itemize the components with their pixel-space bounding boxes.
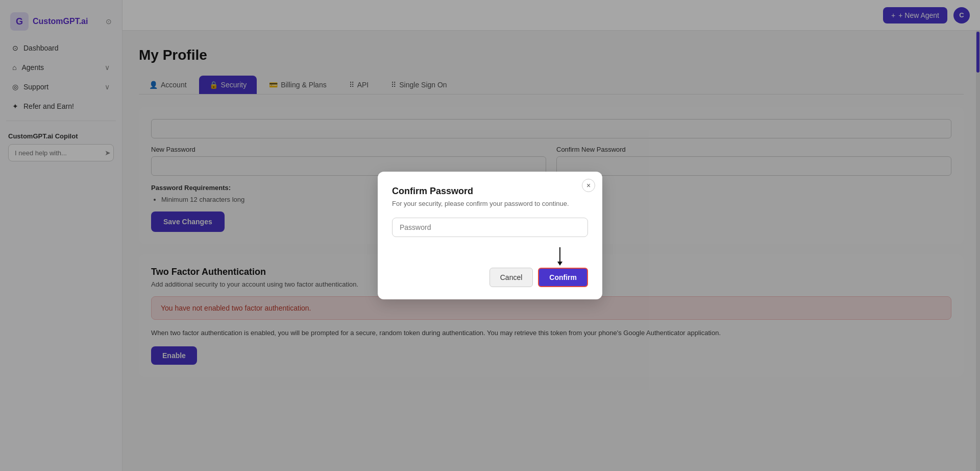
confirm-button[interactable]: Confirm xyxy=(538,268,588,287)
modal-actions: Cancel Confirm xyxy=(392,268,588,287)
close-icon: × xyxy=(586,181,591,190)
modal-password-input[interactable] xyxy=(392,218,588,237)
cancel-button[interactable]: Cancel xyxy=(489,268,533,287)
arrow-head xyxy=(557,262,562,266)
down-arrow xyxy=(557,247,562,266)
modal-overlay: × Confirm Password For your security, pl… xyxy=(0,0,980,471)
arrow-line xyxy=(559,247,560,262)
modal-close-button[interactable]: × xyxy=(582,179,595,192)
modal-subtitle: For your security, please confirm your p… xyxy=(392,200,588,207)
confirm-password-modal: × Confirm Password For your security, pl… xyxy=(378,172,602,299)
modal-title: Confirm Password xyxy=(392,186,588,197)
arrow-indicator xyxy=(392,247,562,266)
